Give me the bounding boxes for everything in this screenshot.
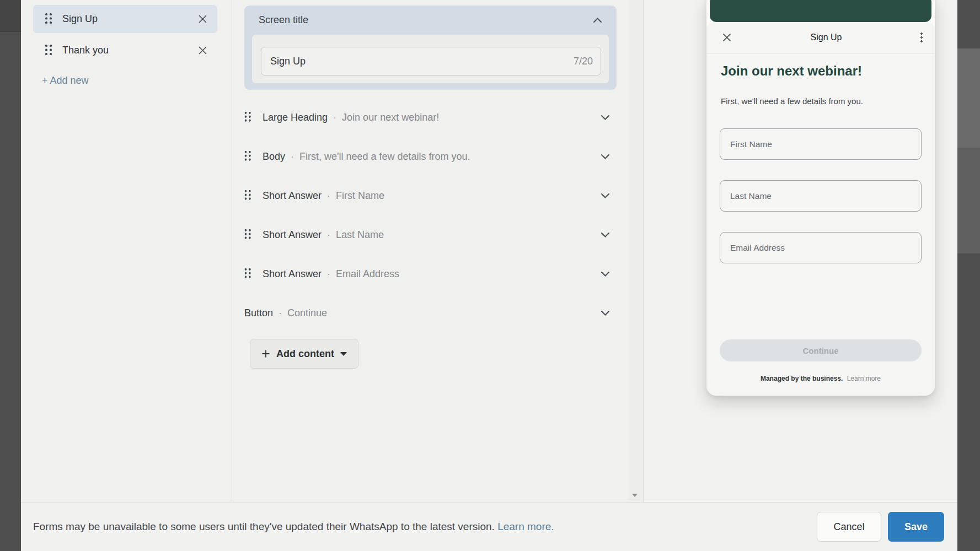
row-value: Continue (287, 307, 594, 319)
flow-sheet-header: Sign Up (706, 22, 935, 53)
screen-title-input-box: 7/20 (261, 47, 601, 75)
row-value: First, we'll need a few details from you… (299, 151, 594, 163)
sidebar-item-thank-you[interactable]: Thank you (33, 36, 217, 64)
row-separator (279, 307, 282, 319)
preview-input-first-name[interactable]: First Name (720, 128, 922, 160)
learn-more-link[interactable]: Learn more (847, 375, 881, 382)
row-type: Short Answer (263, 229, 322, 241)
row-separator (333, 112, 336, 123)
content-row-short-answer-email[interactable]: Short Answer Email Address (244, 264, 617, 284)
preview-input-email[interactable]: Email Address (720, 232, 922, 263)
kebab-menu-icon[interactable] (920, 33, 923, 42)
row-value: First Name (336, 190, 594, 202)
flow-builder-modal: Sign Up Thank you + Add new Screen title (21, 0, 957, 551)
row-separator (327, 268, 330, 280)
drag-handle-icon[interactable] (45, 45, 53, 57)
plus-icon (261, 349, 270, 358)
row-value: Last Name (336, 229, 594, 241)
editor-scrollbar[interactable] (629, 0, 641, 501)
remove-screen-icon[interactable] (197, 46, 207, 56)
close-icon[interactable] (722, 33, 732, 42)
row-value: Email Address (336, 268, 594, 280)
drag-handle-icon[interactable] (245, 268, 253, 279)
row-value: Join our next webinar! (342, 112, 594, 123)
whatsapp-chat-bar (710, 0, 931, 22)
row-type: Large Heading (263, 112, 328, 123)
screen-title-label: Screen title (259, 14, 593, 26)
content-row-body[interactable]: Body First, we'll need a few details fro… (244, 147, 617, 166)
screen-title-header[interactable]: Screen title (244, 6, 617, 35)
preview-continue-button[interactable]: Continue (720, 339, 922, 361)
screen-name: Sign Up (62, 13, 197, 25)
version-notice: Forms may be unavailable to some users u… (33, 521, 817, 533)
preview-panel: Sign Up Join our next webinar! First, we… (644, 0, 957, 502)
notice-learn-more-link[interactable]: Learn more. (497, 521, 554, 532)
screen-title-section: Screen title 7/20 (244, 6, 617, 90)
screen-editor-panel: Screen title 7/20 Large Heading Join our… (232, 0, 644, 502)
preview-body-text: First, we'll need a few details from you… (721, 96, 920, 106)
preview-heading: Join our next webinar! (721, 63, 920, 79)
add-content-button[interactable]: Add content (250, 339, 358, 369)
char-counter: 7/20 (574, 56, 601, 67)
drag-handle-icon[interactable] (245, 151, 253, 162)
chevron-down-icon[interactable] (601, 271, 610, 277)
row-type: Short Answer (263, 268, 322, 280)
modal-footer: Forms may be unavailable to some users u… (21, 502, 957, 551)
drag-handle-icon[interactable] (245, 112, 253, 123)
screen-name: Thank you (62, 45, 197, 56)
screen-title-input[interactable] (261, 56, 574, 67)
row-type: Short Answer (263, 190, 322, 202)
chevron-up-icon[interactable] (593, 18, 602, 23)
phone-preview: Sign Up Join our next webinar! First, we… (706, 0, 935, 396)
row-separator (327, 190, 330, 202)
chevron-down-icon[interactable] (601, 115, 610, 120)
chevron-down-icon[interactable] (601, 232, 610, 237)
drag-handle-icon[interactable] (245, 190, 253, 201)
desktop-edge-right (957, 0, 980, 551)
add-new-screen-button[interactable]: + Add new (42, 75, 89, 87)
managed-by-text: Managed by the business. (761, 375, 843, 382)
screen-title-field-wrap: 7/20 (252, 35, 609, 83)
cancel-button[interactable]: Cancel (817, 512, 881, 542)
row-type: Body (263, 151, 285, 163)
notice-text: Forms may be unavailable to some users u… (33, 521, 495, 532)
scroll-down-arrow-icon[interactable] (632, 494, 638, 497)
row-separator (327, 229, 330, 241)
chevron-down-icon[interactable] (601, 310, 610, 316)
add-content-label: Add content (276, 348, 334, 360)
drag-handle-icon[interactable] (45, 13, 53, 25)
content-row-short-answer-last-name[interactable]: Short Answer Last Name (244, 225, 617, 245)
content-row-large-heading[interactable]: Large Heading Join our next webinar! (244, 107, 617, 127)
preview-footnote: Managed by the business. Learn more (706, 375, 935, 382)
content-row-button[interactable]: Button Continue (244, 303, 617, 323)
sidebar-item-sign-up[interactable]: Sign Up (33, 5, 217, 33)
remove-screen-icon[interactable] (197, 14, 207, 24)
caret-down-icon (340, 352, 347, 356)
chevron-down-icon[interactable] (601, 193, 610, 198)
chevron-down-icon[interactable] (601, 154, 610, 159)
drag-handle-icon[interactable] (245, 229, 253, 240)
desktop-edge-left (0, 0, 21, 551)
content-row-short-answer-first-name[interactable]: Short Answer First Name (244, 186, 617, 206)
row-type: Button (244, 307, 273, 319)
content-rows: Large Heading Join our next webinar! Bod… (244, 107, 617, 342)
flow-title: Sign Up (732, 33, 920, 42)
screens-sidebar: Sign Up Thank you + Add new (21, 0, 232, 502)
row-separator (291, 151, 294, 163)
flow-sheet: Sign Up Join our next webinar! First, we… (706, 22, 935, 396)
preview-input-last-name[interactable]: Last Name (720, 180, 922, 212)
save-button[interactable]: Save (888, 512, 944, 542)
